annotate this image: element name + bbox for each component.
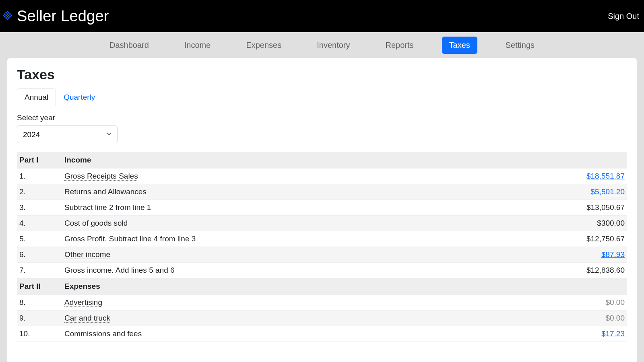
nav-reports[interactable]: Reports xyxy=(378,37,421,54)
tab-quarterly[interactable]: Quarterly xyxy=(56,88,103,106)
main-nav: DashboardIncomeExpensesInventoryReportsT… xyxy=(0,32,644,58)
brand-name: Seller Ledger xyxy=(17,8,109,25)
row-number: 2. xyxy=(17,184,62,200)
row-label[interactable]: Returns and Allowances xyxy=(64,187,147,196)
row-number: 9. xyxy=(17,311,62,326)
row-value-cell: $13,050.67 xyxy=(491,200,627,216)
tax-table: Part IIncome1.Gross Receipts Sales$18,55… xyxy=(17,152,627,342)
tabs: AnnualQuarterly xyxy=(17,88,627,106)
row-label[interactable]: Commissions and fees xyxy=(64,329,142,338)
page-title: Taxes xyxy=(17,67,627,82)
table-row: 7.Gross income. Add lines 5 and 6$12,838… xyxy=(17,263,627,278)
table-row: 10.Commissions and fees$17.23 xyxy=(17,326,627,342)
table-row: 5.Gross Profit. Subtract line 4 from lin… xyxy=(17,231,627,247)
row-number: 8. xyxy=(17,295,62,311)
row-number: 6. xyxy=(17,247,62,263)
row-value[interactable]: $18,551.87 xyxy=(586,172,625,180)
section-part: Part I xyxy=(17,152,62,169)
year-select[interactable]: 2024 xyxy=(17,125,118,143)
svg-rect-1 xyxy=(6,12,7,13)
sign-out-link[interactable]: Sign Out xyxy=(608,12,640,21)
table-row: 9.Car and truck$0.00 xyxy=(17,311,627,326)
row-value[interactable]: $87.93 xyxy=(601,250,625,259)
row-number: 7. xyxy=(17,263,62,278)
section-part: Part II xyxy=(17,278,62,295)
svg-rect-2 xyxy=(8,12,9,13)
svg-rect-5 xyxy=(9,14,10,15)
svg-rect-6 xyxy=(3,15,4,16)
svg-rect-14 xyxy=(8,17,9,19)
row-label[interactable]: Other income xyxy=(64,250,110,259)
row-value: $0.00 xyxy=(605,314,625,322)
row-value-cell: $12,750.67 xyxy=(491,231,627,247)
table-row: 3.Subtract line 2 from line 1$13,050.67 xyxy=(17,200,627,216)
row-value-cell: $300.00 xyxy=(491,216,627,231)
row-value-cell: $12,838.60 xyxy=(491,263,627,278)
svg-rect-4 xyxy=(7,14,8,15)
row-label: Gross income. Add lines 5 and 6 xyxy=(64,266,175,274)
table-row: 2.Returns and Allowances$5,501.20 xyxy=(17,184,627,200)
row-label: Subtract line 2 from line 1 xyxy=(64,203,151,212)
row-value-cell: $87.93 xyxy=(491,247,627,263)
row-label-cell: Subtract line 2 from line 1 xyxy=(62,200,491,216)
section-title: Expenses xyxy=(62,278,491,295)
row-value: $13,050.67 xyxy=(586,203,625,212)
row-value-cell: $0.00 xyxy=(491,311,627,326)
row-number: 1. xyxy=(17,169,62,184)
section-header: Part IIncome xyxy=(17,152,627,169)
row-number: 5. xyxy=(17,231,62,247)
row-label: Gross Profit. Subtract line 4 from line … xyxy=(64,234,196,243)
row-label[interactable]: Car and truck xyxy=(64,314,110,323)
row-label-cell: Other income xyxy=(62,247,491,263)
row-label-cell: Returns and Allowances xyxy=(62,184,491,200)
row-label: Cost of goods sold xyxy=(64,219,128,227)
row-value: $12,838.60 xyxy=(586,266,625,274)
year-label: Select year xyxy=(17,113,627,122)
nav-dashboard[interactable]: Dashboard xyxy=(102,37,156,54)
row-value: $300.00 xyxy=(597,219,625,227)
nav-expenses[interactable]: Expenses xyxy=(239,37,289,54)
section-title: Income xyxy=(62,152,491,169)
nav-inventory[interactable]: Inventory xyxy=(310,37,357,54)
row-number: 10. xyxy=(17,326,62,342)
row-number: 4. xyxy=(17,216,62,231)
nav-settings[interactable]: Settings xyxy=(498,37,542,54)
row-value[interactable]: $5,501.20 xyxy=(590,187,625,196)
svg-rect-15 xyxy=(7,19,8,20)
nav-income[interactable]: Income xyxy=(177,37,218,54)
row-label[interactable]: Advertising xyxy=(64,298,102,307)
svg-rect-12 xyxy=(9,16,10,17)
row-label-cell: Gross Profit. Subtract line 4 from line … xyxy=(62,231,491,247)
brand[interactable]: Seller Ledger xyxy=(2,8,109,25)
svg-rect-7 xyxy=(6,15,7,16)
row-value[interactable]: $17.23 xyxy=(601,329,625,338)
row-value: $12,750.67 xyxy=(586,234,625,243)
row-value: $0.00 xyxy=(605,298,625,306)
table-row: 4.Cost of goods sold$300.00 xyxy=(17,216,627,231)
svg-rect-3 xyxy=(4,14,5,15)
row-label-cell: Gross income. Add lines 5 and 6 xyxy=(62,263,491,278)
section-header: Part IIExpenses xyxy=(17,278,627,295)
row-label-cell: Cost of goods sold xyxy=(62,216,491,231)
row-label-cell: Commissions and fees xyxy=(62,326,491,342)
row-label[interactable]: Gross Receipts Sales xyxy=(64,172,138,181)
svg-rect-9 xyxy=(11,15,12,16)
svg-rect-11 xyxy=(7,16,8,17)
row-value-cell: $0.00 xyxy=(491,295,627,311)
brand-logo-icon xyxy=(2,11,13,21)
nav-taxes[interactable]: Taxes xyxy=(442,37,477,54)
svg-rect-13 xyxy=(6,17,7,19)
row-value-cell: $17.23 xyxy=(491,326,627,342)
top-bar: Seller Ledger Sign Out xyxy=(0,0,644,32)
table-row: 8.Advertising$0.00 xyxy=(17,295,627,311)
row-number: 3. xyxy=(17,200,62,216)
table-row: 1.Gross Receipts Sales$18,551.87 xyxy=(17,169,627,184)
tab-annual[interactable]: Annual xyxy=(17,88,56,106)
row-value-cell: $18,551.87 xyxy=(491,169,627,184)
row-label-cell: Gross Receipts Sales xyxy=(62,169,491,184)
svg-rect-10 xyxy=(4,16,5,17)
table-row: 6.Other income$87.93 xyxy=(17,247,627,263)
row-value-cell: $5,501.20 xyxy=(491,184,627,200)
svg-rect-8 xyxy=(8,15,9,16)
svg-rect-0 xyxy=(7,11,8,12)
